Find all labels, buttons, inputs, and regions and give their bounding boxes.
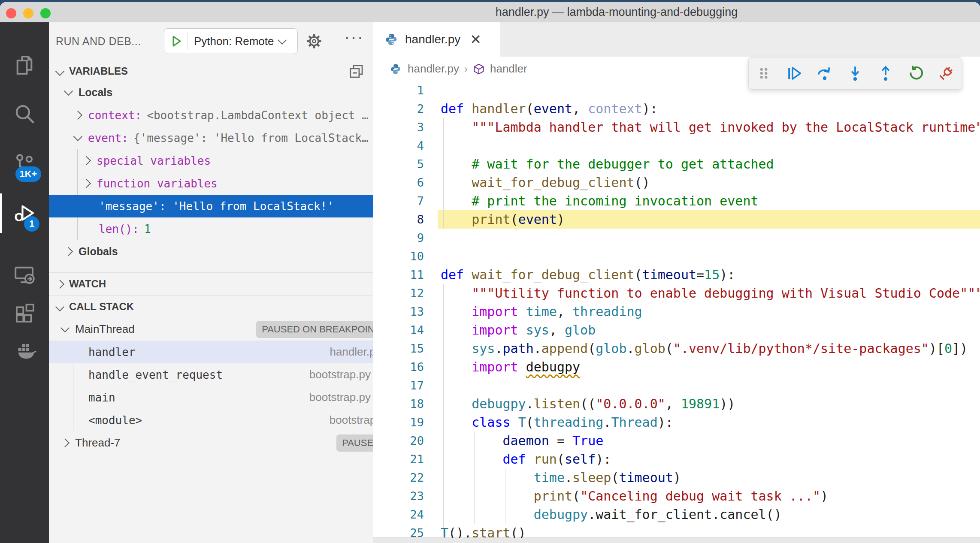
line-number[interactable]: 20 (373, 431, 424, 450)
code-line[interactable]: 2def handler(event, context): (373, 100, 980, 118)
code-line[interactable]: 4 (373, 136, 980, 155)
line-number[interactable]: 21 (373, 450, 424, 468)
horizontal-scrollbar-track[interactable] (373, 537, 980, 543)
sidebar-item-docker[interactable] (0, 332, 49, 371)
message-entry: 'message': 'Hello from LocalStack!' (99, 200, 334, 213)
line-number[interactable]: 1 (373, 81, 424, 100)
code-text: wait_for_debug_client() (441, 173, 650, 192)
pill-divider (188, 33, 188, 50)
code-line[interactable]: 12 """Utility function to enable debuggi… (373, 284, 980, 302)
code-line[interactable]: 21 def run(self): (373, 450, 980, 468)
code-lines[interactable]: 12def handler(event, context):3 """Lambd… (373, 81, 980, 538)
line-number[interactable]: 12 (373, 284, 424, 302)
code-line[interactable]: 13 import time, threading (373, 302, 980, 321)
line-number[interactable]: 2 (373, 100, 424, 118)
line-number[interactable]: 3 (373, 118, 424, 136)
line-number[interactable]: 15 (373, 339, 424, 358)
code-line[interactable]: 25T().start() (373, 524, 980, 538)
indent-guide (443, 376, 444, 395)
code-line[interactable]: 19 class T(threading.Thread): (373, 413, 980, 431)
line-number[interactable]: 17 (373, 376, 424, 395)
code-line[interactable]: 10 (373, 247, 980, 265)
code-line[interactable]: 3 """Lambda handler that will get invoke… (373, 118, 980, 136)
code-line[interactable]: 8 print(event) (373, 210, 980, 229)
line-number[interactable]: 25 (373, 524, 424, 538)
step-over-button[interactable] (813, 62, 836, 85)
line-number[interactable]: 18 (373, 395, 424, 413)
more-actions-button[interactable]: ··· (344, 27, 364, 47)
close-icon[interactable]: ✕ (470, 31, 481, 48)
line-number[interactable]: 14 (373, 321, 424, 339)
line-number[interactable]: 9 (373, 229, 424, 247)
disconnect-button[interactable] (935, 62, 958, 85)
code-line[interactable]: 20 daemon = True (373, 431, 980, 450)
stack-frame-row[interactable]: handler handler.py 8:1 (49, 341, 421, 363)
thread-thread7-row[interactable]: Thread-7 PAUSED (49, 431, 394, 454)
minimize-window-button[interactable] (23, 8, 33, 18)
code-line[interactable]: 9 (373, 229, 980, 247)
scope-locals-row[interactable]: Locals (49, 81, 389, 104)
sidebar-item-explorer[interactable] (0, 45, 49, 85)
close-window-button[interactable] (6, 8, 16, 18)
tab-handler-py[interactable]: handler.py ✕ (373, 22, 500, 57)
line-number[interactable]: 4 (373, 136, 424, 155)
line-number[interactable]: 13 (373, 302, 424, 321)
variable-context-row[interactable]: context: <bootstrap.LambdaContext object… (49, 104, 399, 127)
code-text: debugpy.wait_for_client.cancel() (441, 505, 782, 524)
sidebar-item-search[interactable] (0, 95, 49, 134)
collapse-all-icon[interactable] (348, 63, 365, 80)
variable-event-row[interactable]: event: {'message': 'Hello from LocalStac… (49, 127, 399, 149)
code-line[interactable]: 5 # wait for the debugger to get attache… (373, 155, 980, 173)
code-line[interactable]: 11def wait_for_debug_client(timeout=15): (373, 265, 980, 284)
thread-mainthread-row[interactable]: MainThread PAUSED ON BREAKPOINT (49, 318, 394, 341)
function-variables-row[interactable]: function variables (49, 172, 407, 195)
sidebar-item-extensions[interactable] (0, 293, 49, 332)
code-line[interactable]: 22 time.sleep(timeout) (373, 468, 980, 487)
line-number[interactable]: 6 (373, 173, 424, 192)
step-into-button[interactable] (844, 62, 867, 85)
stack-frame-row[interactable]: <module> bootstrap 12:1 (49, 409, 421, 431)
breadcrumb-symbol[interactable]: handler (490, 62, 527, 75)
code-line[interactable]: 16 import debugpy (373, 358, 980, 376)
code-line[interactable]: 23 print("Canceling debug wait task ..."… (373, 487, 980, 505)
line-number[interactable]: 19 (373, 413, 424, 431)
variable-message-row-selected[interactable]: 'message': 'Hello from LocalStack!' (49, 195, 423, 217)
start-debugging-icon[interactable] (169, 34, 183, 48)
line-number[interactable]: 16 (373, 358, 424, 376)
variables-section-header[interactable]: VARIABLES (49, 61, 373, 81)
function-variables-label: function variables (97, 177, 218, 190)
continue-button[interactable] (783, 62, 806, 85)
line-number[interactable]: 23 (373, 487, 424, 505)
variable-len-row[interactable]: len(): 1 (49, 217, 423, 240)
stack-frame-row[interactable]: handle_event_request bootstrap.py 131:1 (49, 363, 421, 386)
code-line[interactable]: 15 sys.path.append(glob.glob(".venv/lib/… (373, 339, 980, 358)
breadcrumb-file[interactable]: handler.py (408, 62, 459, 75)
line-number[interactable]: 11 (373, 265, 424, 284)
code-line[interactable]: 18 debugpy.listen(("0.0.0.0", 19891)) (373, 395, 980, 413)
line-number[interactable]: 5 (373, 155, 424, 173)
code-line[interactable]: 24 debugpy.wait_for_client.cancel() (373, 505, 980, 524)
restart-button[interactable] (904, 62, 928, 85)
launch-config-dropdown[interactable]: Python: Remote (164, 28, 298, 54)
code-line[interactable]: 6 wait_for_debug_client() (373, 173, 980, 192)
watch-section-header[interactable]: WATCH (49, 273, 373, 295)
sidebar-item-remote-explorer[interactable] (0, 255, 49, 294)
drag-handle-icon[interactable] (752, 62, 775, 85)
code-line[interactable]: 14 import sys, glob (373, 321, 980, 339)
call-stack-section-header[interactable]: CALL STACK (49, 296, 373, 318)
sidebar-title: RUN AND DEB... (56, 35, 141, 48)
code-line[interactable]: 7 # print the incoming invocation event (373, 192, 980, 210)
line-number[interactable]: 10 (373, 247, 424, 265)
code-text: # print the incoming invocation event (441, 192, 759, 210)
line-number[interactable]: 24 (373, 505, 424, 524)
step-out-button[interactable] (874, 62, 897, 85)
maximize-window-button[interactable] (40, 8, 51, 18)
stack-frame-row[interactable]: main bootstrap.py 362:1 (49, 386, 421, 409)
line-number[interactable]: 7 (373, 192, 424, 210)
line-number[interactable]: 8 (373, 210, 424, 229)
special-variables-row[interactable]: special variables (49, 149, 407, 172)
scope-globals-row[interactable]: Globals (49, 240, 389, 263)
code-line[interactable]: 17 (373, 376, 980, 395)
gear-icon[interactable] (305, 32, 324, 51)
line-number[interactable]: 22 (373, 468, 424, 487)
